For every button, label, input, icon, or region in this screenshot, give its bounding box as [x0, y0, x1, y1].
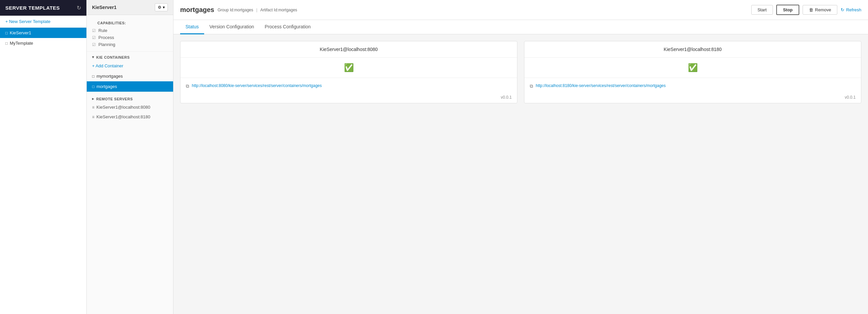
middle-header: KieServer1 ⚙ ▾ — [87, 0, 173, 15]
remote-servers-collapse-icon: ▸ — [92, 97, 94, 101]
sidebar-header: SERVER TEMPLATES ↻ — [0, 0, 86, 16]
middle-panel: KieServer1 ⚙ ▾ Capabilities: ☑ Rule ☑ Pr… — [87, 0, 174, 314]
capability-rule: ☑ Rule — [92, 27, 168, 34]
server-icon: ≡ — [92, 105, 94, 110]
server-name: KieServer1@localhost:8080 — [320, 47, 378, 52]
capability-planning-label: Planning — [98, 42, 116, 47]
container-item-mortgages[interactable]: □ mortgages — [87, 81, 173, 92]
tab-version-configuration[interactable]: Version Configuration — [204, 20, 259, 34]
main-content: mortgages Group Id:mortgages | Artifact … — [174, 0, 868, 314]
start-button[interactable]: Start — [751, 5, 773, 15]
copy-icon[interactable]: ⧉ — [186, 83, 189, 89]
server-card-footer: ⧉ http://localhost:8180/kie-server/servi… — [524, 78, 861, 94]
folder-icon: □ — [5, 41, 8, 46]
new-server-template-button[interactable]: + New Server Template — [0, 16, 86, 28]
remove-label: Remove — [815, 7, 831, 12]
capability-process-label: Process — [98, 35, 114, 40]
server-card-footer: ⧉ http://localhost:8080/kie-server/servi… — [181, 78, 517, 94]
main-header: mortgages Group Id:mortgages | Artifact … — [174, 0, 868, 20]
main-header-left: mortgages Group Id:mortgages | Artifact … — [180, 6, 297, 14]
add-container-button[interactable]: + Add Container — [87, 61, 173, 71]
server-card-status: ✅ — [181, 58, 517, 78]
main-header-right: Start Stop 🗑 Remove ↻ Refresh — [751, 5, 861, 15]
sidebar-refresh-icon[interactable]: ↻ — [77, 5, 81, 11]
tab-process-configuration[interactable]: Process Configuration — [259, 20, 316, 34]
checkbox-rule-icon: ☑ — [92, 28, 96, 33]
server-card-status: ✅ — [524, 58, 861, 78]
sidebar-item-label: KieServer1 — [10, 30, 31, 35]
server-card-8180: KieServer1@localhost:8180 ✅ ⧉ http://loc… — [524, 41, 861, 103]
remote-server-item-8180[interactable]: ≡ KieServer1@localhost:8180 — [87, 112, 173, 122]
meta-artifact: Artifact Id:mortgages — [260, 8, 297, 12]
remove-button[interactable]: 🗑 Remove — [803, 5, 837, 15]
status-ok-icon: ✅ — [688, 63, 698, 72]
remote-server-label: KieServer1@localhost:8180 — [96, 114, 150, 119]
remote-servers-header[interactable]: ▸ REMOTE SERVERS — [87, 93, 173, 102]
server-version: v0.0.1 — [524, 94, 861, 103]
copy-icon[interactable]: ⧉ — [530, 83, 533, 89]
container-item-mymortgages[interactable]: □ mymortgages — [87, 71, 173, 81]
gear-dropdown-button[interactable]: ⚙ ▾ — [155, 3, 168, 11]
middle-title: KieServer1 — [92, 5, 117, 10]
server-url-link[interactable]: http://localhost:8080/kie-server/service… — [192, 83, 512, 89]
server-icon: ≡ — [92, 115, 94, 119]
container-label: mortgages — [96, 84, 117, 89]
remote-server-item-8080[interactable]: ≡ KieServer1@localhost:8080 — [87, 102, 173, 112]
main-meta: Group Id:mortgages | Artifact Id:mortgag… — [217, 8, 297, 12]
refresh-icon: ↻ — [841, 7, 844, 12]
container-folder-icon: □ — [92, 84, 94, 89]
servers-grid: KieServer1@localhost:8080 ✅ ⧉ http://loc… — [180, 41, 861, 103]
chevron-down-icon: ▾ — [163, 5, 165, 10]
server-card-8080: KieServer1@localhost:8080 ✅ ⧉ http://loc… — [180, 41, 518, 103]
capability-planning: ☑ Planning — [92, 41, 168, 48]
container-title: mortgages — [180, 6, 214, 14]
remote-servers-section: ▸ REMOTE SERVERS ≡ KieServer1@localhost:… — [87, 92, 173, 122]
refresh-button[interactable]: ↻ Refresh — [841, 7, 861, 12]
stop-button[interactable]: Stop — [776, 5, 799, 15]
trash-icon: 🗑 — [809, 7, 813, 12]
server-card-header: KieServer1@localhost:8180 — [524, 41, 861, 58]
tab-status[interactable]: Status — [180, 20, 204, 34]
capability-rule-label: Rule — [98, 28, 107, 33]
kie-containers-section: ▾ KIE CONTAINERS + Add Container □ mymor… — [87, 52, 173, 92]
server-url-link[interactable]: http://localhost:8180/kie-server/service… — [536, 83, 856, 89]
remote-server-label: KieServer1@localhost:8080 — [96, 105, 150, 110]
kie-containers-label: KIE CONTAINERS — [96, 55, 130, 59]
meta-separator: | — [256, 8, 257, 12]
gear-icon: ⚙ — [158, 5, 161, 10]
status-ok-icon: ✅ — [344, 63, 354, 72]
sidebar-item-label: MyTemplate — [10, 41, 33, 46]
sidebar: SERVER TEMPLATES ↻ + New Server Template… — [0, 0, 87, 314]
meta-group: Group Id:mortgages — [217, 8, 253, 12]
sidebar-item-mytemplate[interactable]: □ MyTemplate — [0, 38, 86, 48]
collapse-icon: ▾ — [92, 55, 94, 59]
content-area: KieServer1@localhost:8080 ✅ ⧉ http://loc… — [174, 34, 868, 314]
container-label: mymortgages — [96, 74, 123, 79]
refresh-label: Refresh — [846, 7, 861, 12]
tabs-bar: Status Version Configuration Process Con… — [174, 20, 868, 34]
capabilities-section: Capabilities: ☑ Rule ☑ Process ☑ Plannin… — [87, 15, 173, 52]
server-name: KieServer1@localhost:8180 — [664, 47, 722, 52]
sidebar-title: SERVER TEMPLATES — [5, 5, 60, 11]
remote-servers-label: REMOTE SERVERS — [96, 97, 133, 101]
sidebar-item-kieserver1[interactable]: □ KieServer1 — [0, 28, 86, 38]
checkbox-planning-icon: ☑ — [92, 42, 96, 47]
server-card-header: KieServer1@localhost:8080 — [181, 41, 517, 58]
capability-process: ☑ Process — [92, 34, 168, 41]
kie-containers-header[interactable]: ▾ KIE CONTAINERS — [87, 52, 173, 61]
capabilities-label: Capabilities: — [92, 17, 168, 27]
sidebar-tree: □ KieServer1 □ MyTemplate — [0, 28, 86, 314]
server-version: v0.0.1 — [181, 94, 517, 103]
container-folder-icon: □ — [92, 74, 94, 79]
folder-icon: □ — [5, 31, 8, 35]
checkbox-process-icon: ☑ — [92, 35, 96, 40]
